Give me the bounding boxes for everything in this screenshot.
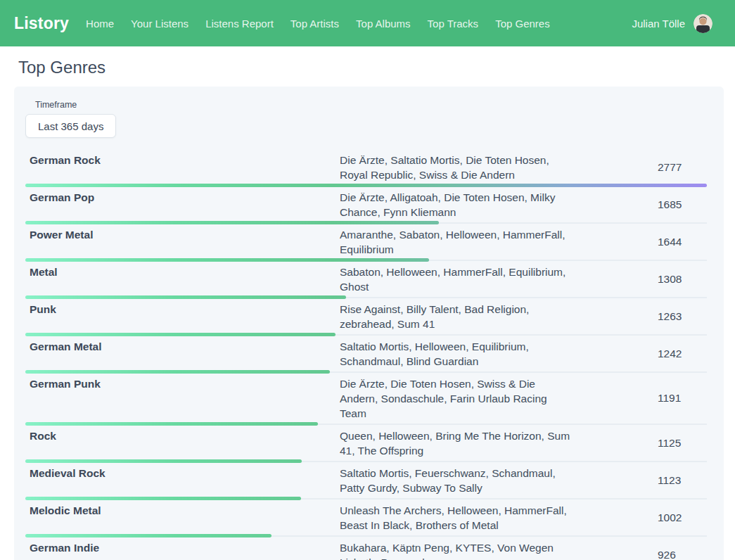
genre-row: German Pop Die Ärzte, Alligatoah, Die To… xyxy=(25,186,707,224)
genre-bar xyxy=(25,534,271,537)
genre-artists: Die Ärzte, Alligatoah, Die Toten Hosen, … xyxy=(340,186,621,222)
genre-count: 1123 xyxy=(621,462,707,498)
genre-artists: Sabaton, Helloween, HammerFall, Equilibr… xyxy=(340,261,621,297)
app-logo[interactable]: Listory xyxy=(14,14,69,33)
genre-name: Punk xyxy=(25,298,340,334)
genre-artists: Saltatio Mortis, Feuerschwanz, Schandmau… xyxy=(340,462,621,498)
nav-links: HomeYour ListensListens ReportTop Artist… xyxy=(86,18,550,30)
genre-bar xyxy=(25,295,346,299)
genre-artists: Amaranthe, Sabaton, Helloween, HammerFal… xyxy=(340,224,621,260)
user-menu: Julian Tölle xyxy=(632,14,712,33)
timeframe-label: Timeframe xyxy=(35,100,712,110)
avatar-photo-icon xyxy=(694,14,712,33)
genre-artists: Bukahara, Käptn Peng, KYTES, Von Wegen L… xyxy=(340,537,621,560)
genre-name: Melodic Metal xyxy=(25,499,340,535)
user-avatar[interactable] xyxy=(694,14,712,33)
user-name[interactable]: Julian Tölle xyxy=(632,18,685,30)
genre-count: 1002 xyxy=(621,499,707,535)
nav-item-top-artists[interactable]: Top Artists xyxy=(290,18,339,30)
genre-count: 1191 xyxy=(621,373,707,424)
genre-name: Power Metal xyxy=(25,224,340,260)
genre-row: Punk Rise Against, Billy Talent, Bad Rel… xyxy=(25,298,707,336)
genre-bar xyxy=(25,459,302,463)
genre-row: German Indie Bukahara, Käptn Peng, KYTES… xyxy=(25,537,707,560)
genre-row: Rock Queen, Helloween, Bring Me The Hori… xyxy=(25,425,707,462)
genre-name: German Pop xyxy=(25,186,340,222)
genre-bar xyxy=(25,221,439,224)
genre-bar xyxy=(25,497,301,500)
genre-count: 1685 xyxy=(621,186,707,222)
top-genres-card: Timeframe Last 365 days German Rock Die … xyxy=(14,87,724,560)
genre-count: 1644 xyxy=(621,224,707,260)
genre-bar xyxy=(25,370,330,374)
nav-item-listens-report[interactable]: Listens Report xyxy=(205,18,274,30)
genre-row: German Metal Saltatio Mortis, Helloween,… xyxy=(25,336,707,373)
genre-count: 1263 xyxy=(621,298,707,334)
genre-table: German Rock Die Ärzte, Saltatio Mortis, … xyxy=(25,149,707,560)
genre-row: Medieval Rock Saltatio Mortis, Feuerschw… xyxy=(25,462,707,499)
nav-item-your-listens[interactable]: Your Listens xyxy=(131,18,188,30)
genre-row: Metal Sabaton, Helloween, HammerFall, Eq… xyxy=(25,261,707,298)
genre-name: Metal xyxy=(25,261,340,297)
genre-bar xyxy=(25,258,429,262)
genre-name: German Metal xyxy=(25,336,340,371)
genre-name: German Rock xyxy=(25,149,340,185)
genre-row: German Punk Die Ärzte, Die Toten Hosen, … xyxy=(25,373,707,425)
genre-bar xyxy=(25,333,335,336)
genre-bar xyxy=(25,184,707,187)
genre-row: Power Metal Amaranthe, Sabaton, Hellowee… xyxy=(25,224,707,261)
genre-count: 926 xyxy=(621,537,707,560)
genre-artists: Saltatio Mortis, Helloween, Equilibrium,… xyxy=(340,336,621,371)
genre-artists: Unleash The Archers, Helloween, HammerFa… xyxy=(340,499,621,535)
genre-artists: Die Ärzte, Die Toten Hosen, Swiss & Die … xyxy=(340,373,621,424)
genre-artists: Die Ärzte, Saltatio Mortis, Die Toten Ho… xyxy=(340,149,621,185)
genre-name: Medieval Rock xyxy=(25,462,340,498)
genre-row: Melodic Metal Unleash The Archers, Hello… xyxy=(25,499,707,537)
nav-item-top-albums[interactable]: Top Albums xyxy=(356,18,411,30)
top-navbar: Listory HomeYour ListensListens ReportTo… xyxy=(0,0,735,46)
genre-count: 1308 xyxy=(621,261,707,297)
nav-item-top-tracks[interactable]: Top Tracks xyxy=(428,18,479,30)
genre-name: German Indie xyxy=(25,537,340,560)
genre-artists: Queen, Helloween, Bring Me The Horizon, … xyxy=(340,425,621,461)
page-title: Top Genres xyxy=(18,58,735,77)
genre-name: Rock xyxy=(25,425,340,461)
genre-artists: Rise Against, Billy Talent, Bad Religion… xyxy=(340,298,621,334)
nav-item-home[interactable]: Home xyxy=(86,18,114,30)
genre-count: 1242 xyxy=(621,336,707,371)
timeframe-select[interactable]: Last 365 days xyxy=(25,114,116,138)
genre-name: German Punk xyxy=(25,373,340,424)
genre-row: German Rock Die Ärzte, Saltatio Mortis, … xyxy=(25,149,707,186)
genre-bar xyxy=(25,422,318,426)
nav-item-top-genres[interactable]: Top Genres xyxy=(495,18,550,30)
genre-count: 1125 xyxy=(621,425,707,461)
genre-count: 2777 xyxy=(621,149,707,185)
